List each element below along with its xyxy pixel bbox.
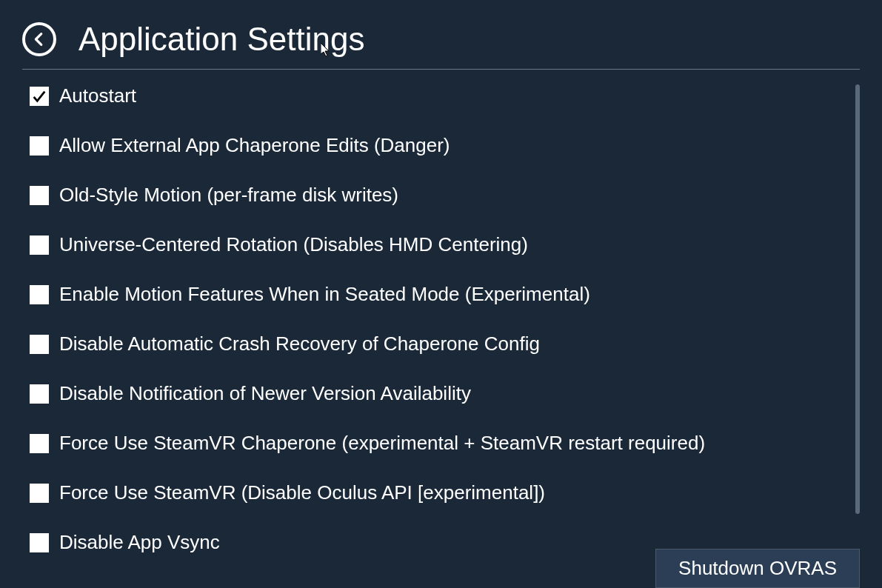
- page-title: Application Settings: [78, 21, 364, 58]
- settings-list: Autostart Allow External App Chaperone E…: [22, 84, 860, 554]
- setting-old-style-motion[interactable]: Old-Style Motion (per-frame disk writes): [30, 184, 852, 207]
- header: Application Settings: [0, 0, 882, 69]
- checkbox-old-style-motion[interactable]: [30, 186, 49, 205]
- setting-label: Disable App Vsync: [59, 531, 220, 554]
- setting-label: Force Use SteamVR (Disable Oculus API [e…: [59, 481, 545, 504]
- checkbox-disable-version-notification[interactable]: [30, 384, 49, 404]
- setting-label: Universe-Centered Rotation (Disables HMD…: [59, 233, 528, 256]
- footer: Shutdown OVRAS: [655, 549, 860, 588]
- setting-force-steamvr-chaperone[interactable]: Force Use SteamVR Chaperone (experimenta…: [30, 432, 852, 455]
- setting-disable-crash-recovery[interactable]: Disable Automatic Crash Recovery of Chap…: [30, 333, 852, 355]
- header-divider: [22, 69, 860, 70]
- checkmark-icon: [31, 88, 47, 104]
- scrollbar-thumb[interactable]: [855, 84, 860, 514]
- back-button[interactable]: [22, 22, 56, 56]
- checkbox-allow-external-chaperone[interactable]: [30, 136, 49, 156]
- setting-label: Enable Motion Features When in Seated Mo…: [59, 283, 590, 306]
- setting-universe-centered-rotation[interactable]: Universe-Centered Rotation (Disables HMD…: [30, 233, 852, 256]
- checkbox-force-steamvr-chaperone[interactable]: [30, 434, 49, 453]
- setting-label: Autostart: [59, 84, 136, 107]
- checkbox-universe-centered-rotation[interactable]: [30, 235, 49, 255]
- setting-disable-version-notification[interactable]: Disable Notification of Newer Version Av…: [30, 382, 852, 405]
- setting-allow-external-chaperone[interactable]: Allow External App Chaperone Edits (Dang…: [30, 134, 852, 157]
- checkbox-disable-crash-recovery[interactable]: [30, 335, 49, 354]
- scrollbar-track[interactable]: [855, 84, 860, 514]
- setting-autostart[interactable]: Autostart: [30, 84, 852, 107]
- checkbox-disable-vsync[interactable]: [30, 533, 49, 552]
- settings-container: Autostart Allow External App Chaperone E…: [22, 84, 860, 529]
- setting-label: Old-Style Motion (per-frame disk writes): [59, 184, 398, 207]
- setting-force-steamvr-disable-oculus[interactable]: Force Use SteamVR (Disable Oculus API [e…: [30, 481, 852, 504]
- checkbox-force-steamvr-disable-oculus[interactable]: [30, 484, 49, 503]
- setting-label: Force Use SteamVR Chaperone (experimenta…: [59, 432, 705, 455]
- setting-label: Disable Notification of Newer Version Av…: [59, 382, 471, 405]
- setting-enable-motion-seated[interactable]: Enable Motion Features When in Seated Mo…: [30, 283, 852, 306]
- setting-label: Allow External App Chaperone Edits (Dang…: [59, 134, 450, 157]
- arrow-left-icon: [31, 31, 47, 47]
- checkbox-autostart[interactable]: [30, 87, 49, 106]
- checkbox-enable-motion-seated[interactable]: [30, 285, 49, 304]
- shutdown-button[interactable]: Shutdown OVRAS: [655, 549, 860, 588]
- setting-label: Disable Automatic Crash Recovery of Chap…: [59, 333, 540, 355]
